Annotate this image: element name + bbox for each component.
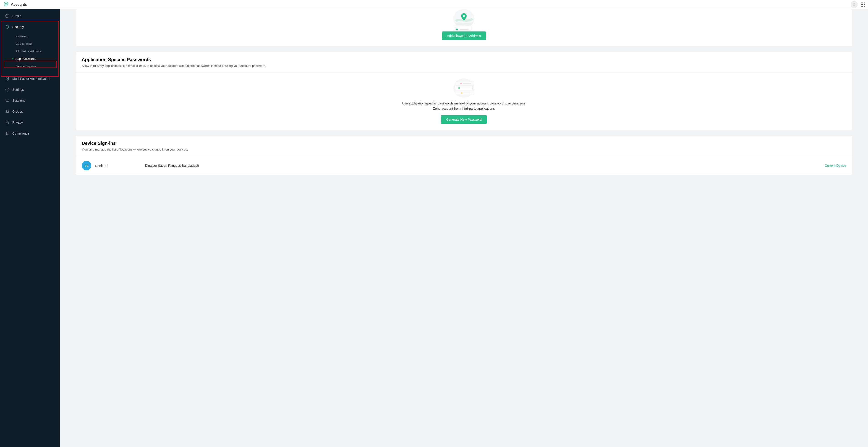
svg-point-0 <box>5 3 6 4</box>
sidebar-item-label: Compliance <box>12 132 29 135</box>
groups-icon <box>5 109 9 114</box>
password-list-illustration-icon <box>454 78 474 98</box>
apps-grid-icon[interactable] <box>861 2 865 7</box>
device-row[interactable]: DE Desktop Dinajpur Sadar, Rangpur, Bang… <box>76 156 852 175</box>
card-title: Application-Specific Passwords <box>82 57 846 62</box>
sidebar-item-label: Security <box>12 25 24 29</box>
sidebar-item-label: Settings <box>12 88 24 91</box>
sidebar-item-label: Multi-Factor Authentication <box>12 77 50 81</box>
avatar[interactable] <box>851 1 858 8</box>
sidebar-sub-geofencing[interactable]: Geo-fencing <box>0 40 60 47</box>
sidebar-sub-device-signins[interactable]: Device Sign-ins <box>0 63 60 70</box>
sidebar-sub-allowed-ip[interactable]: Allowed IP Address <box>0 47 60 55</box>
brand-logo-icon <box>3 1 9 7</box>
gear-icon <box>5 87 9 92</box>
card-subtitle: Allow third-party applications, like ema… <box>82 64 846 68</box>
topbar: Accounts <box>0 0 868 9</box>
main-content: Add Allowed IP Address Application-Speci… <box>60 9 868 447</box>
sidebar-item-mfa[interactable]: Multi-Factor Authentication <box>0 73 60 84</box>
card-allowed-ip: Add Allowed IP Address <box>76 9 852 46</box>
card-subtitle: View and manage the list of locations wh… <box>82 147 846 152</box>
sidebar-sub-password[interactable]: Password <box>0 32 60 40</box>
sidebar-item-sessions[interactable]: Sessions <box>0 95 60 106</box>
card-description: Use application-specific passwords inste… <box>400 101 528 111</box>
sidebar-item-groups[interactable]: Groups <box>0 106 60 117</box>
card-app-passwords: Application-Specific Passwords Allow thi… <box>76 52 852 130</box>
sidebar-item-profile[interactable]: Profile <box>0 10 60 22</box>
lock-icon <box>5 120 9 125</box>
card-title: Device Sign-ins <box>82 141 846 146</box>
svg-rect-5 <box>6 99 9 101</box>
device-badge: DE <box>82 161 91 170</box>
profile-icon <box>5 14 9 18</box>
sidebar-item-label: Profile <box>12 14 22 18</box>
svg-point-3 <box>7 15 8 16</box>
sidebar-item-label: Sessions <box>12 99 25 102</box>
badge-icon <box>5 131 9 136</box>
sidebar-item-privacy[interactable]: Privacy <box>0 117 60 128</box>
device-current-tag: Current Device <box>825 164 846 167</box>
sessions-icon <box>5 98 9 103</box>
svg-point-11 <box>463 15 465 17</box>
avatar-placeholder-icon <box>852 2 856 7</box>
sidebar-item-security[interactable]: Security <box>0 22 60 32</box>
sidebar: Profile Security Password Geo-fencing Al… <box>0 9 60 447</box>
sidebar-item-compliance[interactable]: Compliance <box>0 128 60 139</box>
svg-point-9 <box>6 132 8 134</box>
sidebar-item-settings[interactable]: Settings <box>0 84 60 95</box>
sidebar-sub-app-passwords[interactable]: App Passwords <box>0 55 60 63</box>
card-device-signins: Device Sign-ins View and manage the list… <box>76 136 852 175</box>
sidebar-item-label: Privacy <box>12 121 23 124</box>
device-name: Desktop <box>95 164 145 168</box>
svg-point-7 <box>8 110 9 111</box>
device-location: Dinajpur Sadar, Rangpur, Bangladesh <box>145 164 825 167</box>
svg-point-1 <box>854 3 855 5</box>
sidebar-item-label: Groups <box>12 110 23 113</box>
svg-point-6 <box>6 110 7 111</box>
shield-icon <box>5 25 9 29</box>
shield-check-icon <box>5 76 9 81</box>
svg-point-4 <box>7 89 8 90</box>
brand-title: Accounts <box>11 2 27 7</box>
generate-password-button[interactable]: Generate New Password <box>441 115 487 124</box>
svg-rect-8 <box>6 122 8 124</box>
add-allowed-ip-button[interactable]: Add Allowed IP Address <box>442 31 486 40</box>
